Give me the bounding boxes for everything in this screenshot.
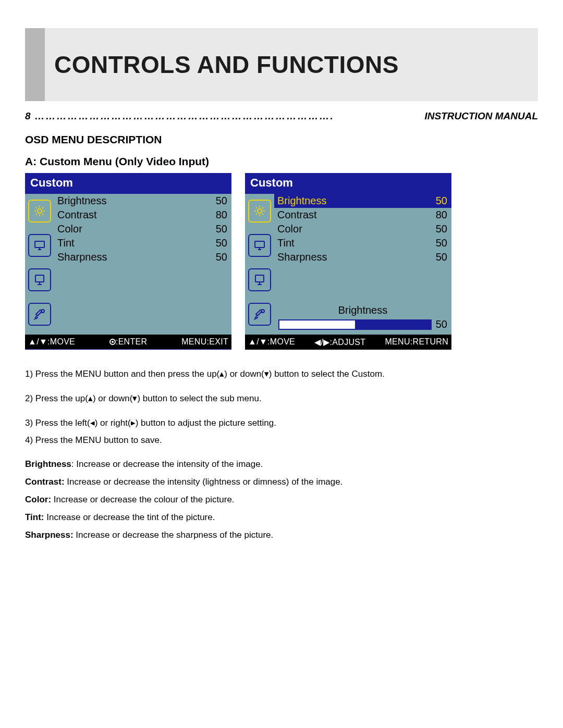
def-brightness: Brightness: Increase or decrease the int… [25, 459, 538, 470]
list-item: Sharpness50 [274, 250, 451, 264]
banner-title: Controls And Functions [54, 51, 399, 79]
spacer [274, 264, 451, 302]
svg-point-3 [41, 310, 44, 313]
footer-return: MENU:RETURN [385, 337, 448, 347]
page-banner: Controls And Functions [25, 28, 538, 101]
step-3: 3) Press the left(◂) or right(▸) button … [25, 417, 538, 429]
page-number: 8 [25, 110, 31, 122]
item-label: Sharpness [277, 251, 327, 263]
item-value: 50 [216, 251, 227, 263]
item-label: Tint [57, 237, 75, 249]
adjust-label: Brightness [278, 304, 447, 316]
def-contrast: Contrast: Increase or decrease the inten… [25, 477, 538, 487]
tools-icon [248, 303, 271, 326]
svg-rect-6 [255, 275, 264, 282]
item-label: Brightness [57, 195, 107, 207]
screen-icon [28, 234, 51, 257]
osd-row: Custom Brightness50 Contrast80 Col [25, 173, 538, 350]
svg-point-0 [38, 209, 42, 213]
svg-point-4 [258, 209, 262, 213]
item-label: Color [277, 223, 302, 235]
definitions: Brightness: Increase or decrease the int… [25, 459, 538, 540]
osd-left-iconcol [25, 194, 54, 335]
page-header-line: 8 ………………………………………………………………………. INSTRUCTI… [25, 110, 538, 122]
list-item: Color50 [54, 222, 231, 236]
item-value: 50 [436, 195, 447, 207]
step-1: 1) Press the MENU button and then press … [25, 368, 538, 380]
adjust-value: 50 [436, 318, 447, 330]
osd-right-list: Brightness50 Contrast80 Color50 Tint50 S… [274, 194, 451, 335]
footer-exit: MENU:EXIT [181, 337, 228, 347]
footer-adjust: ◀/▶:ADJUST [314, 337, 365, 347]
item-value: 50 [216, 237, 227, 249]
item-value: 50 [436, 223, 447, 235]
item-label: Sharpness [57, 251, 107, 263]
brightness-icon [28, 200, 51, 223]
screen-icon [248, 234, 271, 257]
def-color: Color: Increase or decrease the colour o… [25, 495, 538, 505]
item-value: 50 [216, 223, 227, 235]
item-label: Brightness [277, 195, 327, 207]
list-item: Color50 [274, 222, 451, 236]
footer-move: ▲/▼:MOVE [248, 337, 295, 347]
osd-right-footer: ▲/▼:MOVE ◀/▶:ADJUST MENU:RETURN [245, 335, 451, 350]
item-value: 50 [216, 195, 227, 207]
list-item-selected: Brightness50 [274, 194, 451, 208]
item-value: 50 [436, 251, 447, 263]
adjust-bar-fill [279, 320, 355, 329]
item-value: 50 [436, 237, 447, 249]
item-value: 80 [216, 209, 227, 221]
enter-icon [109, 339, 116, 345]
osd-right: Custom Brightness50 Contrast80 Col [245, 173, 451, 350]
adjust-bar [278, 319, 432, 330]
section-heading: OSD MENU DESCRIPTION [25, 133, 538, 146]
list-item: Contrast80 [54, 208, 231, 222]
list-item: Brightness50 [54, 194, 231, 208]
osd-left-title: Custom [25, 173, 231, 194]
osd-adjust-panel: Brightness 50 [274, 302, 451, 335]
header-dots: ………………………………………………………………………. [35, 110, 421, 122]
header-right: INSTRUCTION MANUAL [425, 110, 538, 122]
item-label: Color [57, 223, 82, 235]
svg-rect-1 [35, 241, 44, 248]
list-item: Tint50 [54, 236, 231, 250]
step-4: 4) Press the MENU button to save. [25, 435, 538, 447]
tools-icon [28, 303, 51, 326]
def-sharpness: Sharpness: Increase or decrease the shar… [25, 530, 538, 540]
item-label: Contrast [277, 209, 317, 221]
footer-move: ▲/▼:MOVE [28, 337, 75, 347]
spacer [54, 264, 231, 335]
svg-rect-5 [255, 241, 264, 248]
osd-left-body: Brightness50 Contrast80 Color50 Tint50 S… [25, 194, 231, 335]
osd-left: Custom Brightness50 Contrast80 Col [25, 173, 231, 350]
svg-point-7 [261, 310, 264, 313]
instructions: 1) Press the MENU button and then press … [25, 368, 538, 447]
monitor-icon [248, 268, 271, 291]
item-label: Contrast [57, 209, 97, 221]
item-label: Tint [277, 237, 295, 249]
monitor-icon [28, 268, 51, 291]
brightness-icon [248, 200, 271, 223]
osd-left-footer: ▲/▼:MOVE :ENTER MENU:EXIT [25, 335, 231, 349]
osd-right-title: Custom [245, 173, 451, 194]
list-item: Tint50 [274, 236, 451, 250]
osd-left-list: Brightness50 Contrast80 Color50 Tint50 S… [54, 194, 231, 335]
list-item: Sharpness50 [54, 250, 231, 264]
adjust-bar-row: 50 [278, 318, 447, 330]
banner-tab [25, 28, 45, 101]
item-value: 80 [436, 209, 447, 221]
list-item: Contrast80 [274, 208, 451, 222]
sub-heading: A: Custom Menu (Only Video Input) [25, 155, 538, 168]
def-tint: Tint: Increase or decrease the tint of t… [25, 512, 538, 523]
step-2: 2) Press the up(▴) or down(▾) button to … [25, 393, 538, 405]
svg-rect-2 [35, 275, 44, 282]
osd-right-iconcol [245, 194, 274, 335]
osd-right-body: Brightness50 Contrast80 Color50 Tint50 S… [245, 194, 451, 335]
footer-enter: :ENTER [109, 337, 147, 347]
